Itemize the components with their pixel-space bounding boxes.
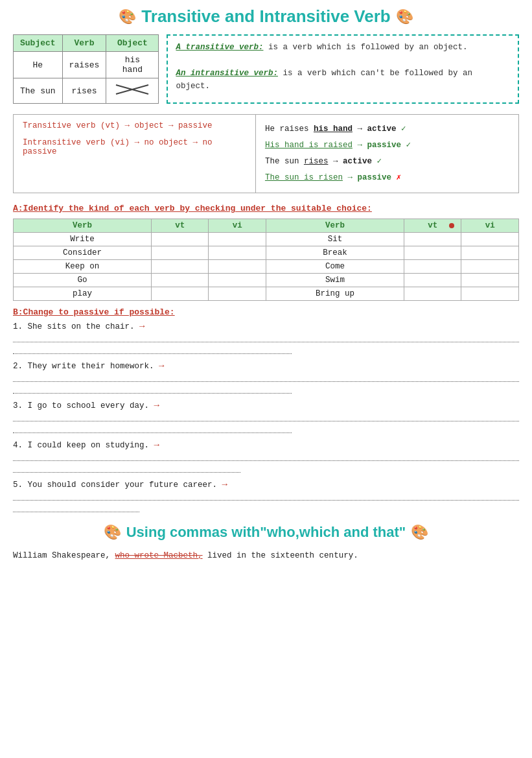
vt-cell	[151, 287, 209, 301]
vi-cell	[209, 260, 266, 274]
passive-x-text: The sun is risen → passive	[265, 173, 391, 182]
answer-line-4b	[13, 464, 240, 473]
verb-right: Break	[266, 246, 404, 260]
cell-subject: The sun	[14, 78, 63, 104]
sentence-4: 4. I could keep on studying. →	[13, 440, 519, 450]
sentence-2: 2. They write their homework. →	[13, 361, 519, 371]
verb-right: Sit	[266, 233, 404, 246]
top-section: Subject Verb Object He raises his hand T…	[13, 34, 519, 104]
col-object: Object	[106, 35, 159, 52]
mid-right: He raises his hand → active ✓ His hand i…	[256, 115, 518, 193]
exercise-item-1: 1. She sits on the chair. →	[13, 321, 519, 354]
intransitive-label: An intransitive verb:	[176, 69, 278, 78]
exercise-a-header: A:Identify the kind of each verb by chec…	[13, 204, 519, 213]
answer-line-3b	[13, 424, 292, 433]
verb-left: Keep on	[14, 260, 152, 274]
answer-line-2b	[13, 385, 292, 394]
col-verb: Verb	[62, 35, 106, 52]
vi-cell	[461, 287, 519, 301]
mascot-left: 🎨	[119, 8, 136, 25]
example-pre: William Shakespeare,	[13, 551, 110, 560]
verb-left: Go	[14, 274, 152, 287]
mascot-right: 🎨	[396, 8, 413, 25]
example-line-2: His hand is raised → passive ✓	[265, 137, 509, 154]
vt-cell	[404, 274, 461, 287]
check-icon: ✓	[376, 157, 382, 166]
th-verb-right: Verb	[266, 219, 404, 233]
svo-table: Subject Verb Object He raises his hand T…	[13, 34, 159, 104]
active-text: He raises his hand → active	[265, 124, 397, 134]
cell-object: his hand	[106, 52, 159, 78]
transitive-label: A transitive verb:	[176, 43, 263, 52]
mascot-right-2: 🎨	[411, 524, 428, 541]
th-verb-left: Verb	[14, 219, 152, 233]
verb-left: play	[14, 287, 152, 301]
table-row: play Bring up	[14, 287, 519, 301]
title-text: Transitive and Intransitive Verb	[141, 6, 390, 27]
verb-table: Verb vt vi Verb vt vi Write Sit Consider…	[13, 219, 519, 301]
answer-line-1b	[13, 345, 292, 354]
vt-cell	[404, 246, 461, 260]
table-row: Write Sit	[14, 233, 519, 246]
mascot-left-2: 🎨	[104, 524, 121, 541]
verb-left: Write	[14, 233, 152, 246]
verb-right: Swim	[266, 274, 404, 287]
th-vi-left: vi	[209, 219, 266, 233]
answer-line-1a	[13, 333, 519, 342]
sentence-5: 5. You should consider your future caree…	[13, 479, 519, 490]
th-vt-right: vt	[404, 219, 461, 233]
th-vt-left: vt	[151, 219, 209, 233]
page-title: 🎨 Transitive and Intransitive Verb 🎨	[13, 6, 519, 27]
table-row: Go Swim	[14, 274, 519, 287]
table-row: Consider Break	[14, 246, 519, 260]
passive-text: His hand is raised → passive	[265, 141, 401, 150]
cell-verb: rises	[62, 78, 106, 104]
verb-right: Come	[266, 260, 404, 274]
cross-icon	[113, 82, 152, 97]
vt-cell	[151, 260, 209, 274]
table-row: Keep on Come	[14, 260, 519, 274]
sentence-1: 1. She sits on the chair. →	[13, 321, 519, 331]
example-post: lived in the sixteenth century.	[207, 551, 358, 560]
check-icon: ✓	[401, 124, 406, 134]
vt-cell	[151, 246, 209, 260]
second-title: 🎨 Using commas with"who,which and that" …	[13, 524, 519, 541]
answer-line-4a	[13, 452, 519, 461]
exercise-b-items: 1. She sits on the chair. → 2. They writ…	[13, 321, 519, 512]
cell-subject: He	[14, 52, 63, 78]
vt-cell	[404, 287, 461, 301]
vi-cell	[209, 246, 266, 260]
transitive-def: is a verb which is followed by an object…	[263, 43, 467, 52]
vt-cell	[404, 233, 461, 246]
vi-cell	[461, 233, 519, 246]
answer-line-5a	[13, 492, 519, 501]
table-row: He raises his hand	[14, 52, 159, 78]
cross-icon: ✗	[396, 173, 401, 182]
vi-cell	[209, 233, 266, 246]
vt-line: Transitive verb (vt) → object → passive	[23, 121, 246, 130]
vt-cell	[404, 260, 461, 274]
exercise-item-5: 5. You should consider your future caree…	[13, 479, 519, 512]
vi-cell	[461, 260, 519, 274]
cell-cross	[106, 78, 159, 104]
mid-left: Transitive verb (vt) → object → passive …	[14, 115, 256, 193]
vi-cell	[209, 274, 266, 287]
vi-cell	[461, 246, 519, 260]
table-row: The sun rises	[14, 78, 159, 104]
col-subject: Subject	[14, 35, 63, 52]
exercise-b-header: B:Change to passive if possible:	[13, 307, 519, 317]
exercise-item-4: 4. I could keep on studying. →	[13, 440, 519, 473]
answer-line-2a	[13, 373, 519, 382]
vi-cell	[461, 274, 519, 287]
check-icon: ✓	[406, 141, 411, 150]
answer-line-3a	[13, 412, 519, 421]
vi-cell	[209, 287, 266, 301]
example-line-1: He raises his hand → active ✓	[265, 121, 509, 137]
second-title-text: Using commas with"who,which and that"	[126, 524, 406, 541]
vt-cell	[151, 233, 209, 246]
sentence-3: 3. I go to school every day. →	[13, 400, 519, 410]
th-vi-right: vi	[461, 219, 519, 233]
vi-line: Intransitive verb (vi) → no object → no …	[23, 138, 246, 156]
example-line-4: The sun is risen → passive ✗	[265, 170, 509, 186]
vt-cell	[151, 274, 209, 287]
